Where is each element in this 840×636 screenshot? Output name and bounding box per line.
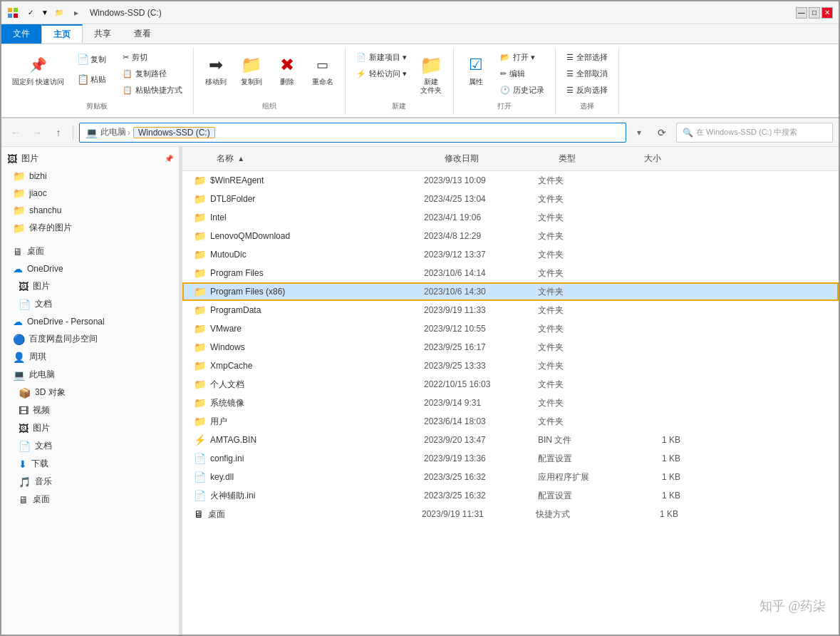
open-label: 打开 — [497, 101, 512, 111]
move-button[interactable]: ➡ 移动到 — [199, 50, 232, 90]
close-btn[interactable]: ✕ — [821, 7, 833, 19]
pin-button[interactable]: 📌 固定到 快速访问 — [7, 50, 69, 90]
copyto-button[interactable]: 📁 复制到 — [235, 50, 268, 90]
col-header-type[interactable]: 类型 — [553, 150, 638, 168]
search-box[interactable]: 🔍 在 Windows-SSD (C:) 中搜索 — [676, 123, 833, 143]
table-row[interactable]: 📁 $WinREAgent 2023/9/13 10:09 文件夹 — [182, 171, 839, 190]
history-button[interactable]: 🕐 历史记录 — [495, 83, 549, 98]
easy-access-label: 轻松访问 ▾ — [369, 68, 407, 79]
tab-share[interactable]: 共享 — [83, 24, 123, 43]
sidebar-item-3d[interactable]: 📦 3D 对象 — [1, 384, 179, 401]
invert-select-label: 反向选择 — [576, 85, 608, 96]
cut-button[interactable]: ✂ 剪切 — [118, 50, 187, 65]
sidebar-item-pc-pictures[interactable]: 🖼 图片 — [1, 419, 179, 437]
quick-save-btn[interactable]: ✓ — [24, 6, 37, 19]
thispc-icon: 💻 — [13, 369, 25, 381]
sidebar-item-onedrive-personal[interactable]: ☁ OneDrive - Personal — [1, 313, 179, 330]
sidebar-item-od-pictures[interactable]: 🖼 图片 — [1, 277, 179, 295]
file-name: AMTAG.BIN — [210, 435, 424, 445]
table-row[interactable]: 📁 Program Files 2023/10/6 14:14 文件夹 — [182, 264, 839, 282]
maximize-btn[interactable]: □ — [809, 7, 820, 19]
new-item-button[interactable]: 📄 新建项目 ▾ — [351, 50, 412, 65]
invert-select-icon: ☰ — [566, 86, 574, 95]
sidebar-item-pictures-pinned[interactable]: 🖼 图片 📌 — [1, 150, 179, 168]
file-icon: 📁 — [194, 286, 206, 297]
sidebar-item-zhouqi[interactable]: 👤 周琪 — [1, 348, 179, 366]
table-row[interactable]: 📁 个人文档 2022/10/15 16:03 文件夹 — [182, 375, 839, 394]
file-type: 配置设置 — [538, 453, 623, 465]
sidebar-item-onedrive[interactable]: ☁ OneDrive — [1, 260, 179, 277]
sidebar-item-downloads[interactable]: ⬇ 下载 — [1, 455, 179, 473]
open-button[interactable]: 📂 打开 ▾ — [495, 50, 549, 65]
sidebar-item-pc-docs[interactable]: 📄 文档 — [1, 437, 179, 455]
sidebar-item-bizhi[interactable]: 📁 bizhi — [1, 168, 179, 185]
sidebar-item-video[interactable]: 🎞 视频 — [1, 401, 179, 419]
table-row-selected[interactable]: 📁 Program Files (x86) 2023/10/6 14:30 文件… — [182, 282, 839, 301]
table-row[interactable]: ⚡ AMTAG.BIN 2023/9/20 13:47 BIN 文件 1 KB — [182, 431, 839, 449]
tab-view[interactable]: 查看 — [123, 24, 162, 43]
sidebar-item-od-docs[interactable]: 📄 文档 — [1, 295, 179, 313]
quick-folder-btn[interactable]: 📁 — [53, 6, 66, 19]
paste-button[interactable]: 📋 粘贴 — [72, 70, 115, 88]
paste-shortcut-button[interactable]: 📋 粘贴快捷方式 — [118, 83, 187, 98]
col-header-size[interactable]: 大小 — [638, 150, 695, 168]
file-name: ProgramData — [210, 305, 424, 315]
table-row[interactable]: 📁 ProgramData 2023/9/19 11:33 文件夹 — [182, 301, 839, 319]
easy-access-button[interactable]: ⚡ 轻松访问 ▾ — [351, 66, 412, 81]
minimize-btn[interactable]: — — [796, 7, 807, 19]
table-row[interactable]: 📁 用户 2023/6/14 18:03 文件夹 — [182, 412, 839, 431]
table-row[interactable]: 📁 MutouDic 2023/9/12 13:37 文件夹 — [182, 245, 839, 264]
sidebar-item-jiaoc[interactable]: 📁 jiaoc — [1, 185, 179, 202]
quick-dropdown-btn[interactable]: ▼ — [38, 6, 51, 19]
table-row[interactable]: 📁 Intel 2023/4/1 19:06 文件夹 — [182, 208, 839, 227]
table-row[interactable]: 📄 key.dll 2023/3/25 16:32 应用程序扩展 1 KB — [182, 468, 839, 486]
table-row[interactable]: 📁 VMware 2023/9/12 10:55 文件夹 — [182, 319, 839, 338]
table-row[interactable]: 📄 config.ini 2023/9/19 13:36 配置设置 1 KB — [182, 449, 839, 468]
properties-button[interactable]: ☑ 属性 — [460, 50, 492, 90]
table-row[interactable]: 📁 DTL8Folder 2023/4/25 13:04 文件夹 — [182, 190, 839, 208]
sidebar-item-desktop[interactable]: 🖥 桌面 — [1, 242, 179, 260]
sidebar-item-thispc[interactable]: 💻 此电脑 — [1, 366, 179, 384]
sidebar-item-saved-pictures[interactable]: 📁 保存的图片 — [1, 219, 179, 237]
copy-button[interactable]: 📄 复制 — [72, 50, 115, 68]
edit-button[interactable]: ✏ 编辑 — [495, 66, 549, 81]
up-button[interactable]: ↑ — [50, 124, 67, 141]
file-icon: 🖥 — [194, 508, 204, 520]
file-name: XmpCache — [210, 361, 424, 371]
svg-rect-0 — [8, 8, 12, 12]
col-header-name[interactable]: 名称 ▲ — [211, 150, 439, 168]
copy-path-button[interactable]: 📋 复制路径 — [118, 66, 187, 81]
file-date: 2023/9/19 11:31 — [422, 509, 536, 519]
address-breadcrumb[interactable]: 💻 此电脑 › Windows-SSD (C:) — [79, 123, 626, 143]
table-row[interactable]: 📁 LenovoQMDownload 2023/4/8 12:29 文件夹 — [182, 227, 839, 245]
sidebar-item-shanchu[interactable]: 📁 shanchu — [1, 202, 179, 219]
tab-home[interactable]: 主页 — [41, 24, 83, 43]
sidebar-item-baidu[interactable]: 🔵 百度网盘同步空间 — [1, 330, 179, 348]
move-icon: ➡ — [204, 53, 227, 76]
back-button[interactable]: ← — [7, 124, 24, 141]
sidebar-item-music[interactable]: 🎵 音乐 — [1, 473, 179, 491]
address-dropdown-btn[interactable]: ▾ — [631, 123, 648, 143]
breadcrumb-thispc[interactable]: 此电脑 — [100, 126, 126, 138]
new-folder-button[interactable]: 📁 新建文件夹 — [415, 50, 447, 98]
forward-button[interactable]: → — [28, 124, 46, 141]
table-row[interactable]: 📁 XmpCache 2023/9/25 13:33 文件夹 — [182, 357, 839, 375]
select-all-button[interactable]: ☰ 全部选择 — [561, 50, 613, 65]
table-row[interactable]: 📄 火神辅助.ini 2023/3/25 16:32 配置设置 1 KB — [182, 486, 839, 505]
tab-file[interactable]: 文件 — [1, 24, 41, 43]
select-none-button[interactable]: ☰ 全部取消 — [561, 66, 613, 81]
rename-button[interactable]: ▭ 重命名 — [306, 50, 339, 90]
col-header-date[interactable]: 修改日期 — [439, 150, 553, 168]
table-row[interactable]: 📁 系统镜像 2023/9/14 9:31 文件夹 — [182, 394, 839, 412]
breadcrumb-current[interactable]: Windows-SSD (C:) — [133, 127, 215, 138]
ribbon-group-new: 📄 新建项目 ▾ ⚡ 轻松访问 ▾ 📁 新建文件夹 新建 — [346, 47, 454, 114]
select-label: 选择 — [580, 101, 594, 111]
table-row[interactable]: 🖥 桌面 2023/9/19 11:31 快捷方式 1 KB — [182, 505, 839, 523]
sidebar-item-pc-desktop[interactable]: 🖥 桌面 — [1, 491, 179, 508]
file-list: 📁 $WinREAgent 2023/9/13 10:09 文件夹 📁 DTL8… — [182, 171, 839, 636]
file-icon: 📄 — [194, 471, 206, 483]
delete-button[interactable]: ✖ 删除 — [271, 50, 304, 90]
invert-select-button[interactable]: ☰ 反向选择 — [561, 83, 613, 98]
refresh-button[interactable]: ⟳ — [652, 123, 672, 143]
table-row[interactable]: 📁 Windows 2023/9/25 16:17 文件夹 — [182, 338, 839, 357]
